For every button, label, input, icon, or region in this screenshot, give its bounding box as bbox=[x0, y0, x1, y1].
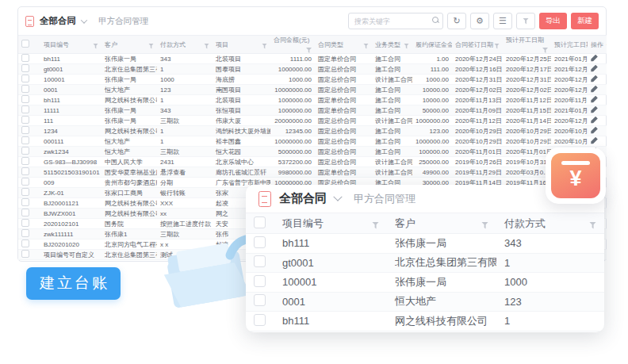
export-button[interactable]: 导出 bbox=[539, 13, 567, 29]
cell-link[interactable]: 北京住总集团第三有限公司 bbox=[387, 253, 496, 273]
cell-link[interactable]: 裕丰国鑫 bbox=[213, 136, 270, 147]
row-checkbox[interactable] bbox=[18, 209, 40, 219]
edit-icon[interactable] bbox=[588, 126, 603, 136]
row-checkbox[interactable] bbox=[18, 54, 40, 64]
cell-link[interactable]: 国泰项目 bbox=[213, 64, 270, 75]
menu-icon[interactable]: ☰ bbox=[493, 13, 512, 29]
cell-link[interactable]: 北装项目 bbox=[213, 95, 270, 105]
row-checkbox[interactable] bbox=[246, 292, 274, 312]
search-icon[interactable] bbox=[432, 17, 438, 23]
cell-link[interactable]: BJWZX001 bbox=[40, 209, 101, 219]
row-checkbox[interactable] bbox=[18, 136, 40, 147]
cell-link[interactable]: 2020102101 bbox=[40, 219, 101, 229]
filter-icon[interactable] bbox=[516, 13, 535, 29]
cell-link[interactable]: 北京同方电气工程有限公司 bbox=[101, 239, 157, 250]
row-checkbox[interactable] bbox=[18, 95, 40, 105]
edit-icon[interactable] bbox=[588, 75, 603, 85]
cell-link[interactable]: 11111 bbox=[40, 105, 101, 116]
edit-icon[interactable] bbox=[588, 105, 603, 116]
row-checkbox[interactable] bbox=[18, 198, 40, 209]
row-checkbox[interactable] bbox=[18, 116, 40, 126]
edit-icon[interactable] bbox=[588, 116, 603, 126]
row-checkbox[interactable] bbox=[18, 167, 40, 178]
cell-link[interactable]: 张家口工商局 bbox=[101, 188, 157, 198]
cell-link[interactable]: 鸿鹄科技大厦外墙施工项目 bbox=[213, 126, 270, 136]
select-all-checkbox[interactable] bbox=[246, 213, 274, 234]
filter-icon[interactable] bbox=[404, 44, 409, 49]
cell-link[interactable]: 项目编号可自定义 bbox=[40, 250, 101, 260]
cell-link[interactable]: 南国项目 bbox=[213, 85, 270, 95]
cell-link[interactable]: 111 bbox=[40, 116, 101, 126]
row-checkbox[interactable] bbox=[18, 239, 40, 250]
cell-link[interactable]: 0001 bbox=[40, 85, 101, 95]
cell-link[interactable]: 张伟康一局 bbox=[387, 234, 496, 254]
edit-icon[interactable] bbox=[588, 85, 603, 95]
filter-icon[interactable] bbox=[481, 222, 488, 229]
chevron-down-icon[interactable] bbox=[333, 192, 342, 201]
row-checkbox[interactable] bbox=[18, 85, 40, 95]
chevron-down-icon[interactable] bbox=[81, 17, 87, 23]
row-checkbox[interactable] bbox=[18, 229, 40, 239]
new-button[interactable]: 新建 bbox=[571, 13, 599, 29]
cell-link[interactable]: 张恒项目 bbox=[213, 105, 270, 116]
cell-link[interactable]: 北京住总集团第三有限公司 bbox=[101, 64, 157, 75]
cell-link[interactable]: 0001 bbox=[274, 292, 387, 312]
cell-link[interactable]: 网之线科技有限公司 bbox=[101, 95, 157, 105]
cell-link[interactable]: 中国人民大学 bbox=[101, 157, 157, 167]
cell-link[interactable]: 网之线科技有限公司 bbox=[101, 126, 157, 136]
cell-link[interactable]: GS-983—BJ30998 bbox=[40, 157, 101, 167]
row-checkbox[interactable] bbox=[18, 126, 40, 136]
row-checkbox[interactable] bbox=[246, 312, 274, 331]
cell-link[interactable]: 张伟康一局 bbox=[101, 54, 157, 64]
edit-icon[interactable] bbox=[588, 95, 603, 105]
select-all-checkbox[interactable] bbox=[18, 36, 40, 54]
row-checkbox[interactable] bbox=[18, 64, 40, 75]
filter-icon[interactable] bbox=[204, 44, 209, 49]
cell-link[interactable]: 恒大地产 bbox=[387, 292, 496, 312]
edit-icon[interactable] bbox=[588, 54, 603, 64]
cell-link[interactable]: 009 bbox=[40, 178, 101, 188]
cell-link[interactable]: bh111 bbox=[40, 54, 101, 64]
filter-icon[interactable] bbox=[93, 44, 98, 49]
cell-link[interactable]: bh111 bbox=[40, 95, 101, 105]
row-checkbox[interactable] bbox=[18, 250, 40, 260]
cell-link[interactable]: 廊坊孔雀城汇景轩 bbox=[213, 167, 270, 178]
cell-link[interactable]: 张伟康一局 bbox=[387, 273, 496, 293]
cell-link[interactable]: bh111 bbox=[274, 234, 387, 254]
cell-link[interactable]: bh111 bbox=[274, 312, 387, 331]
cell-link[interactable]: 张伟康一局 bbox=[101, 75, 157, 85]
gear-icon[interactable]: ⚙ bbox=[470, 13, 489, 29]
cell-link[interactable]: 恒大地产 bbox=[101, 85, 157, 95]
cell-link[interactable]: 海底捞 bbox=[213, 75, 270, 85]
row-checkbox[interactable] bbox=[18, 147, 40, 157]
cell-link[interactable]: BJ20001121 bbox=[40, 198, 101, 209]
filter-icon[interactable] bbox=[262, 44, 267, 49]
filter-icon[interactable] bbox=[148, 44, 154, 49]
row-checkbox[interactable] bbox=[18, 178, 40, 188]
row-checkbox[interactable] bbox=[18, 157, 40, 167]
filter-icon[interactable] bbox=[494, 44, 500, 49]
cell-link[interactable]: 北京住总集团第三有限公司 bbox=[101, 250, 157, 260]
cell-link[interactable]: 贵州市都匀豪酒店服务有... bbox=[101, 178, 157, 188]
cell-link[interactable]: 恒大地产 bbox=[101, 147, 157, 157]
create-ledger-button[interactable]: 建立台账 bbox=[26, 267, 121, 300]
row-checkbox[interactable] bbox=[246, 234, 274, 254]
cell-link[interactable]: 100001 bbox=[40, 75, 101, 85]
cell-link[interactable]: 伟康大厦 bbox=[213, 116, 270, 126]
cell-link[interactable]: 国务院 bbox=[101, 219, 157, 229]
cell-link[interactable]: 张伟康1 bbox=[101, 229, 157, 239]
edit-icon[interactable] bbox=[588, 64, 603, 75]
filter-icon[interactable] bbox=[589, 222, 596, 229]
row-checkbox[interactable] bbox=[246, 253, 274, 273]
cell-link[interactable]: 网之线科技有限公司 bbox=[101, 198, 157, 209]
row-checkbox[interactable] bbox=[18, 75, 40, 85]
cell-link[interactable]: zwk111111 bbox=[40, 229, 101, 239]
cell-link[interactable]: 网之线科技有限公司 bbox=[101, 209, 157, 219]
refresh-icon[interactable]: ↻ bbox=[447, 13, 466, 29]
cell-link[interactable]: 国安华夏幸福基业房地产... bbox=[101, 167, 157, 178]
row-checkbox[interactable] bbox=[18, 188, 40, 198]
cell-link[interactable]: 恒大地产 bbox=[101, 136, 157, 147]
cell-link[interactable]: zwk1234 bbox=[40, 147, 101, 157]
filter-icon[interactable] bbox=[306, 48, 312, 53]
filter-icon[interactable] bbox=[363, 44, 369, 49]
